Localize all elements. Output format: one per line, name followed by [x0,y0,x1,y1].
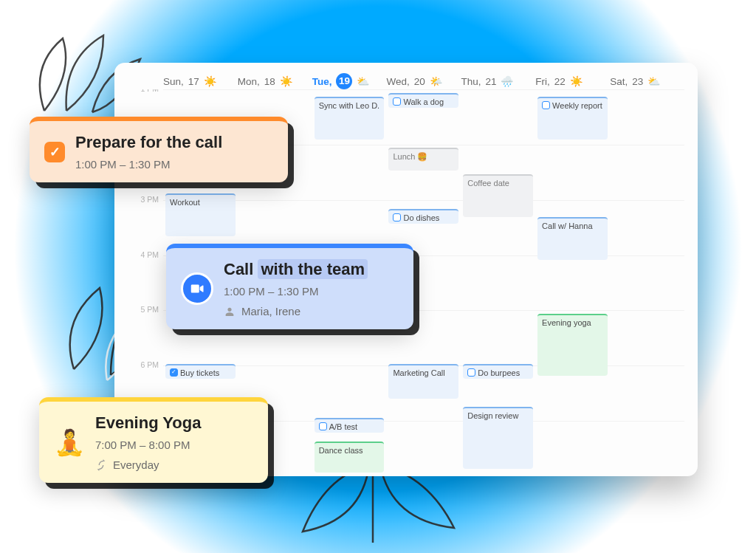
day-dow: Fri, [535,76,550,87]
event-do-burpees[interactable]: Do burpees [463,364,533,379]
yoga-icon: 🧘 [54,427,85,457]
day-number: 22 [554,76,566,87]
day-header[interactable]: Sat,23⛅ [610,73,684,89]
weather-icon: ☀️ [204,75,216,87]
day-dow: Tue, [312,76,332,87]
day-dow: Thu, [461,76,481,87]
event-ab-test[interactable]: A/B test [315,418,385,433]
day-dow: Sat, [610,76,628,87]
event-buy-tickets[interactable]: Buy tickets [165,364,236,379]
weather-icon: 🌧️ [501,75,513,87]
checkbox-icon [393,97,401,106]
card-repeat: Everyday [113,458,159,471]
weather-icon: ☀️ [570,75,583,87]
card-title: Prepare for the call [75,133,222,152]
card-time: 1:00 PM – 1:30 PM [224,285,318,298]
card-call-team[interactable]: Call with the team 1:00 PM – 1:30 PM Mar… [166,244,413,329]
event-call-hanna[interactable]: Call w/ Hanna [537,217,608,260]
weather-icon: ⛅ [357,75,369,87]
day-number: 20 [414,76,425,87]
event-lunch[interactable]: Lunch 🍔 [388,148,458,171]
event-walk-dog[interactable]: Walk a dog [388,93,458,108]
weather-icon: ⛅ [647,75,660,87]
checkbox-icon [393,213,401,221]
card-time: 1:00 PM – 1:30 PM [75,158,170,171]
checkbox-icon [467,368,475,377]
event-design-review[interactable]: Design review [463,407,533,469]
day-dow: Sun, [163,76,184,87]
event-do-dishes[interactable]: Do dishes [388,209,458,224]
card-time: 7:00 PM – 8:00 PM [95,439,190,451]
day-number: 18 [264,76,275,87]
event-marketing-call[interactable]: Marketing Call [388,364,458,399]
card-evening-yoga[interactable]: 🧘 Evening Yoga 7:00 PM – 8:00 PM Everyda… [39,397,268,483]
day-number: 19 [336,73,352,89]
event-weekly-report[interactable]: Weekly report [537,97,608,140]
weather-icon: 🌤️ [430,75,442,87]
card-title: Evening Yoga [95,413,201,433]
day-number: 21 [485,76,496,87]
checkbox-icon [542,101,550,109]
day-number: 23 [632,76,643,87]
day-header[interactable]: Sun,17☀️ [163,73,238,89]
checkbox-icon [170,368,178,377]
time-label: 1 PM [140,89,159,93]
time-label: 6 PM [140,360,159,369]
checkbox-checked-icon[interactable]: ✓ [44,142,65,162]
day-header[interactable]: Mon,18☀️ [238,73,312,89]
checkbox-icon [319,422,327,430]
event-workout[interactable]: Workout [165,193,236,236]
day-header[interactable]: Fri,22☀️ [535,73,610,89]
person-icon [224,306,236,317]
day-header[interactable]: Tue,19⛅ [312,73,387,89]
event-sync-leo[interactable]: Sync with Leo D. [315,97,385,140]
day-dow: Wed, [387,76,410,87]
time-label: 4 PM [140,250,159,259]
event-dance-class[interactable]: Dance class [315,442,385,473]
day-header[interactable]: Wed,20🌤️ [387,73,461,89]
time-label: 5 PM [140,305,159,314]
time-label: 3 PM [140,195,159,204]
repeat-icon [95,459,107,471]
weather-icon: ☀️ [280,75,292,87]
card-people: Maria, Irene [241,305,300,317]
card-prepare-call[interactable]: ✓ Prepare for the call 1:00 PM – 1:30 PM [30,117,288,182]
card-title: Call with the team [224,260,368,279]
event-evening-yoga[interactable]: Evening yoga [537,314,608,376]
event-coffee-date[interactable]: Coffee date [463,174,533,217]
day-dow: Mon, [238,76,260,87]
zoom-icon [181,272,213,305]
day-header[interactable]: Thu,21🌧️ [461,73,535,89]
day-number: 17 [188,76,199,87]
